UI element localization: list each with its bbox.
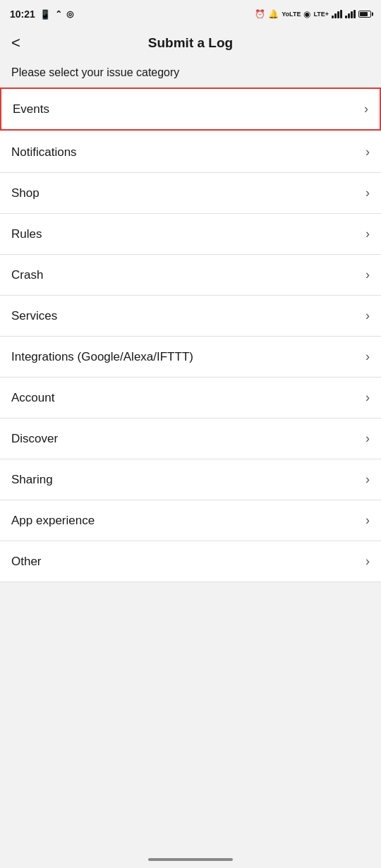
vibrate-icon: 🔔: [268, 9, 279, 19]
home-indicator: [148, 858, 233, 861]
signal-bar2-3: [351, 11, 353, 18]
status-time: 10:21: [10, 8, 35, 20]
header: < Submit a Log: [0, 25, 381, 61]
list-item[interactable]: Other›: [0, 541, 381, 582]
list-item-label: Crash: [11, 268, 43, 282]
signal-bar-3: [337, 11, 339, 18]
signal-bar2-1: [345, 16, 347, 18]
list-item-label: App experience: [11, 514, 95, 528]
chevron-right-icon: ›: [365, 267, 370, 282]
signal-bar2-4: [353, 10, 356, 18]
shazam-icon: ◎: [66, 9, 73, 19]
chevron-right-icon: ›: [365, 227, 370, 241]
list-item-label: Shop: [11, 186, 40, 200]
list-item-label: Integrations (Google/Alexa/IFTTT): [11, 350, 193, 364]
signal-bars: [332, 10, 342, 18]
lte-plus-label: LTE+: [313, 11, 329, 18]
list-item[interactable]: Services›: [0, 296, 381, 337]
chevron-right-icon: ›: [365, 554, 370, 569]
list-item[interactable]: Events›: [0, 88, 381, 131]
signal-bar-1: [332, 16, 334, 18]
phone-icon: 📱: [40, 9, 51, 20]
alarm-icon: ⏰: [255, 9, 265, 19]
list-item[interactable]: Crash›: [0, 255, 381, 296]
wifi-icon: ◉: [303, 9, 310, 19]
chevron-right-icon: ›: [365, 145, 370, 159]
subtitle: Please select your issue category: [0, 61, 381, 88]
signal-bar2-2: [348, 13, 350, 18]
signal-bars-2: [345, 10, 356, 18]
chevron-right-icon: ›: [365, 513, 370, 528]
status-bar: 10:21 📱 ⌃ ◎ ⏰ 🔔 YoLTE ◉ LTE+: [0, 0, 381, 25]
battery-icon: [358, 11, 371, 18]
chevron-right-icon: ›: [365, 390, 370, 405]
list-item-label: Services: [11, 309, 57, 323]
list-item[interactable]: Rules›: [0, 214, 381, 255]
chevron-right-icon: ›: [365, 349, 370, 364]
status-right: ⏰ 🔔 YoLTE ◉ LTE+: [255, 9, 371, 19]
category-list: Events›Notifications›Shop›Rules›Crash›Se…: [0, 88, 381, 582]
chevron-right-icon: ›: [364, 102, 368, 116]
list-item[interactable]: Integrations (Google/Alexa/IFTTT)›: [0, 337, 381, 378]
list-item[interactable]: App experience›: [0, 500, 381, 541]
chevron-right-icon: ›: [365, 472, 370, 487]
list-item[interactable]: Account›: [0, 378, 381, 418]
arrow-up-icon: ⌃: [55, 9, 62, 19]
chevron-right-icon: ›: [365, 186, 370, 200]
status-left: 10:21 📱 ⌃ ◎: [10, 8, 73, 20]
chevron-right-icon: ›: [365, 431, 370, 446]
list-item-label: Account: [11, 391, 54, 405]
list-item[interactable]: Shop›: [0, 173, 381, 214]
chevron-right-icon: ›: [365, 308, 370, 323]
list-item-label: Notifications: [11, 145, 77, 159]
back-button[interactable]: <: [11, 32, 26, 54]
page-title: Submit a Log: [148, 35, 233, 51]
list-item[interactable]: Sharing›: [0, 459, 381, 500]
list-item-label: Sharing: [11, 473, 53, 487]
signal-bar-4: [340, 10, 342, 18]
list-item[interactable]: Discover›: [0, 418, 381, 459]
list-item-label: Rules: [11, 227, 42, 241]
list-item[interactable]: Notifications›: [0, 132, 381, 173]
signal-bar-2: [334, 13, 337, 18]
lte-label: YoLTE: [282, 11, 301, 18]
list-item-label: Discover: [11, 432, 58, 446]
list-item-label: Other: [11, 555, 42, 569]
list-item-label: Events: [13, 102, 49, 116]
home-bar: [148, 858, 233, 861]
